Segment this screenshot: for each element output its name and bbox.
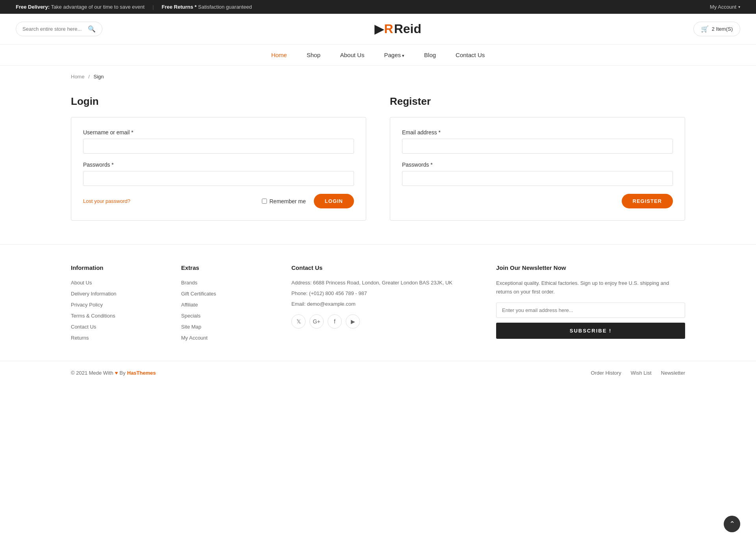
list-item: Specials xyxy=(181,312,276,319)
footer-address: Address: 6688 Princess Road, London, Gre… xyxy=(291,279,480,287)
list-item: Contact Us xyxy=(71,323,165,330)
footer-link-privacy[interactable]: Privacy Policy xyxy=(71,302,103,308)
footer-link-returns[interactable]: Returns xyxy=(71,335,89,341)
top-bar: Free Delivery: Take advantage of our tim… xyxy=(0,0,756,14)
my-account-topbar[interactable]: My Account ▾ xyxy=(710,4,740,10)
site-logo[interactable]: ▶RReid xyxy=(374,22,421,36)
footer-information-list: About Us Delivery Information Privacy Po… xyxy=(71,279,165,341)
chevron-down-icon: ▾ xyxy=(738,5,740,9)
footer-bottom: © 2021 Mede With ♥ By HasThemes Order Hi… xyxy=(0,361,756,385)
footer-link-about[interactable]: About Us xyxy=(71,280,92,286)
login-password-input[interactable] xyxy=(83,171,354,186)
nav-home[interactable]: Home xyxy=(271,52,287,58)
login-username-input[interactable] xyxy=(83,139,354,154)
register-password-label: Passwords * xyxy=(402,162,673,168)
login-username-label: Username or email * xyxy=(83,129,354,136)
footer-link-myaccount[interactable]: My Account xyxy=(181,335,208,341)
breadcrumb-current: Sign xyxy=(94,74,104,80)
footer-contact-title: Contact Us xyxy=(291,264,480,271)
register-actions: REGISTER xyxy=(402,194,673,208)
list-item: Brands xyxy=(181,279,276,286)
register-section: Register Email address * Passwords * REG… xyxy=(390,95,685,221)
footer-extras-list: Brands Gift Certificates Affiliate Speci… xyxy=(181,279,276,341)
footer-link-affiliate[interactable]: Affiliate xyxy=(181,302,198,308)
login-section: Login Username or email * Passwords * Lo… xyxy=(71,95,366,221)
nav-pages[interactable]: Pages xyxy=(384,52,404,58)
login-title: Login xyxy=(71,95,366,108)
footer-newsletter-desc: Exceptional quality. Ethical factories. … xyxy=(496,279,685,296)
twitter-icon[interactable]: 𝕏 xyxy=(291,314,306,329)
breadcrumb: Home / Sign xyxy=(0,66,756,87)
footer-newsletter-link[interactable]: Newsletter xyxy=(661,370,685,376)
register-password-input[interactable] xyxy=(402,171,673,186)
register-email-input[interactable] xyxy=(402,139,673,154)
youtube-icon[interactable]: ▶ xyxy=(346,314,360,329)
login-actions: Lost your password? Remember me LOGIN xyxy=(83,194,354,208)
list-item: My Account xyxy=(181,334,276,341)
list-item: About Us xyxy=(71,279,165,286)
facebook-icon[interactable]: f xyxy=(328,314,342,329)
top-bar-divider: | xyxy=(152,4,154,10)
footer-link-terms[interactable]: Terms & Conditions xyxy=(71,313,115,319)
nav-about[interactable]: About Us xyxy=(340,52,365,58)
subscribe-button[interactable]: SUBSCRIBE ! xyxy=(496,323,685,339)
footer-information-title: Information xyxy=(71,264,165,271)
list-item: Returns xyxy=(71,334,165,341)
footer-contact: Contact Us Address: 6688 Princess Road, … xyxy=(291,264,480,345)
footer-link-sitemap[interactable]: Site Map xyxy=(181,324,201,330)
cart-icon: 🛒 xyxy=(701,25,709,33)
footer-link-specials[interactable]: Specials xyxy=(181,313,200,319)
footer-order-history[interactable]: Order History xyxy=(591,370,621,376)
register-title: Register xyxy=(390,95,685,108)
register-button[interactable]: REGISTER xyxy=(622,194,673,208)
hasthemes-link[interactable]: HasThemes xyxy=(127,370,156,376)
footer-link-delivery[interactable]: Delivery Information xyxy=(71,291,117,297)
login-password-label: Passwords * xyxy=(83,162,354,168)
footer-link-brands[interactable]: Brands xyxy=(181,280,197,286)
breadcrumb-separator: / xyxy=(88,74,90,80)
free-returns-msg: Free Returns * Satisfaction guaranteed xyxy=(162,4,252,10)
list-item: Terms & Conditions xyxy=(71,312,165,319)
nav-contact[interactable]: Contact Us xyxy=(456,52,485,58)
list-item: Delivery Information xyxy=(71,290,165,297)
register-password-group: Passwords * xyxy=(402,162,673,186)
footer-email: Email: demo@example.com xyxy=(291,300,480,308)
cart-count: 2 Item(S) xyxy=(712,26,733,32)
search-box[interactable]: 🔍 xyxy=(16,22,102,36)
footer-top: Information About Us Delivery Informatio… xyxy=(0,244,756,361)
search-input[interactable] xyxy=(22,26,88,32)
newsletter-email-input[interactable] xyxy=(496,303,685,318)
lost-password-link[interactable]: Lost your password? xyxy=(83,198,130,204)
list-item: Privacy Policy xyxy=(71,301,165,308)
footer-contact-info: Address: 6688 Princess Road, London, Gre… xyxy=(291,279,480,308)
google-plus-icon[interactable]: G+ xyxy=(309,314,324,329)
nav-shop[interactable]: Shop xyxy=(307,52,321,58)
remember-me-label: Remember me xyxy=(262,198,306,204)
footer-information: Information About Us Delivery Informatio… xyxy=(71,264,165,345)
register-email-label: Email address * xyxy=(402,129,673,136)
header: 🔍 ▶RReid 🛒 2 Item(S) xyxy=(0,14,756,45)
login-username-group: Username or email * xyxy=(83,129,354,154)
free-delivery-msg: Free Delivery: Take advantage of our tim… xyxy=(16,4,145,10)
footer-link-contact[interactable]: Contact Us xyxy=(71,324,96,330)
login-button[interactable]: LOGIN xyxy=(314,194,354,208)
list-item: Site Map xyxy=(181,323,276,330)
list-item: Affiliate xyxy=(181,301,276,308)
nav-blog[interactable]: Blog xyxy=(424,52,436,58)
footer-phone: Phone: (+012) 800 456 789 - 987 xyxy=(291,290,480,298)
footer-bottom-links: Order History Wish List Newsletter xyxy=(591,370,685,376)
login-password-group: Passwords * xyxy=(83,162,354,186)
search-icon[interactable]: 🔍 xyxy=(88,25,96,33)
footer-extras: Extras Brands Gift Certificates Affiliat… xyxy=(181,264,276,345)
footer-extras-title: Extras xyxy=(181,264,276,271)
footer-link-gift[interactable]: Gift Certificates xyxy=(181,291,216,297)
list-item: Gift Certificates xyxy=(181,290,276,297)
footer-newsletter: Join Our Newsletter Now Exceptional qual… xyxy=(496,264,685,345)
breadcrumb-home[interactable]: Home xyxy=(71,74,85,80)
copyright: © 2021 Mede With ♥ By HasThemes xyxy=(71,370,156,376)
remember-me-checkbox[interactable] xyxy=(262,199,267,204)
social-icons: 𝕏 G+ f ▶ xyxy=(291,314,480,329)
cart-button[interactable]: 🛒 2 Item(S) xyxy=(693,22,740,36)
register-email-group: Email address * xyxy=(402,129,673,154)
footer-wish-list[interactable]: Wish List xyxy=(631,370,652,376)
